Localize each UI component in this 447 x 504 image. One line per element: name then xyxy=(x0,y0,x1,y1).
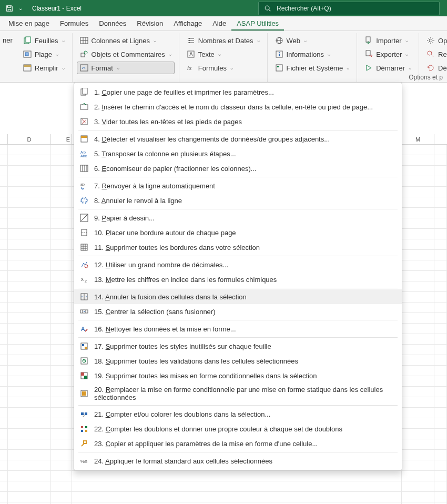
feuilles-button[interactable]: Feuilles⌵ xyxy=(20,34,68,47)
menu-item-label: 1. Copier une page de feuilles et imprim… xyxy=(94,88,395,96)
texte-button[interactable]: A Texte⌵ xyxy=(184,48,263,61)
svg-rect-89 xyxy=(85,426,87,428)
menu-item-4[interactable]: 4. Détecter et visualiser les changement… xyxy=(74,132,402,146)
menu-item-8[interactable]: 8. Annuler le renvoi à la ligne xyxy=(74,193,402,208)
chevron-down-icon: ⌵ xyxy=(304,38,307,43)
chevron-down-icon: ⌵ xyxy=(409,65,411,70)
column-header-partial[interactable] xyxy=(0,134,8,144)
svg-rect-81 xyxy=(81,372,84,376)
tab-asap-utilities[interactable]: ASAP Utilities xyxy=(231,17,284,31)
svg-text:A: A xyxy=(81,326,85,332)
importer-button[interactable]: Importer⌵ xyxy=(361,34,414,47)
menu-item-11[interactable]: 11. Supprimer toutes les bordures dans v… xyxy=(74,240,402,255)
menu-item-3[interactable]: 3. Vider toutes les en-têtes et les pied… xyxy=(74,114,402,129)
title-bar: ⌄ Classeur1 - Excel Rechercher (Alt+Q) xyxy=(0,0,447,16)
svg-point-0 xyxy=(265,6,269,10)
tab-aide[interactable]: Aide xyxy=(207,17,231,31)
format-button[interactable]: Format⌵ xyxy=(77,62,175,74)
menu-separator xyxy=(78,405,398,406)
tab-affichage[interactable]: Affichage xyxy=(168,17,207,31)
menu-item-18[interactable]: 18. Supprimer toutes les validations dan… xyxy=(74,354,402,368)
menu-item-20[interactable]: 20. Remplacer la mise en forme condition… xyxy=(74,383,402,404)
menu-item-13[interactable]: x213. Mettre les chiffres en indice dans… xyxy=(74,272,402,287)
menu-item-24[interactable]: %n24. Appliquer le format standard aux c… xyxy=(74,453,402,468)
tab-revision[interactable]: Révision xyxy=(131,17,168,31)
menu-item-9[interactable]: 9. Papier à dessin... xyxy=(74,210,402,225)
qat-chevron-icon[interactable]: ⌄ xyxy=(18,5,23,11)
menu-item-label: 4. Détecter et visualiser les changement… xyxy=(94,135,395,143)
menu-item-14[interactable]: 14. Annuler la fusion des cellules dans … xyxy=(74,289,402,304)
fx-icon: fx xyxy=(187,64,195,72)
menu-separator xyxy=(78,320,398,320)
menu-item-icon xyxy=(79,87,89,97)
menu-item-label: 7. Renvoyer à la ligne automatiquement xyxy=(94,182,395,190)
menu-item-19[interactable]: 19. Supprimer toutes les mises en forme … xyxy=(74,368,402,383)
menu-item-21[interactable]: 221. Compter et/ou colorer les doublons … xyxy=(74,407,402,421)
menu-item-10[interactable]: 10. Placer une bordure autour de chaque … xyxy=(74,225,402,240)
menu-item-5[interactable]: AbAbc5. Transposer la colonne en plusieu… xyxy=(74,146,402,161)
informations-button[interactable]: Informations⌵ xyxy=(272,48,353,61)
svg-text:A: A xyxy=(189,52,193,57)
menu-item-1[interactable]: 1. Copier une page de feuilles et imprim… xyxy=(74,85,402,99)
menu-item-6[interactable]: 6. Economiseur de papier (fractionner le… xyxy=(74,161,402,176)
chevron-down-icon: ⌵ xyxy=(347,65,349,70)
options-asap-button[interactable]: Options ASAP Uti xyxy=(423,34,447,47)
menu-item-label: 2. Insérer le chemin d'accès et le nom d… xyxy=(94,103,395,111)
colonnes-lignes-button[interactable]: Colonnes et Lignes⌵ xyxy=(77,34,175,47)
ribbon-group-system: Web⌵ Informations⌵ Fichier et Système⌵ xyxy=(268,33,358,82)
menu-item-label: 19. Supprimer toutes les mises en forme … xyxy=(94,372,395,380)
tab-formules[interactable]: Formules xyxy=(55,17,94,31)
ribbon-group-select: Feuilles⌵ Plage⌵ Remplir⌵ xyxy=(16,33,73,82)
column-header-e[interactable]: E xyxy=(51,134,72,144)
menu-item-icon xyxy=(79,389,89,398)
format-icon xyxy=(80,64,88,72)
menu-item-label: 5. Transposer la colonne en plusieurs ét… xyxy=(94,150,395,158)
menu-item-22[interactable]: 22. Compter les doublons et donner une p… xyxy=(74,421,402,436)
save-button[interactable] xyxy=(3,2,16,15)
menu-item-7[interactable]: ab7. Renvoyer à la ligne automatiquement xyxy=(74,178,402,193)
svg-line-64 xyxy=(85,265,87,267)
fichier-systeme-button[interactable]: Fichier et Système⌵ xyxy=(272,62,353,74)
info-icon xyxy=(275,50,283,58)
menu-item-2[interactable]: 2. Insérer le chemin d'accès et le nom d… xyxy=(74,99,402,114)
column-header-m[interactable]: M xyxy=(402,134,434,144)
menu-item-23[interactable]: 23. Copier et appliquer les paramètres d… xyxy=(74,436,402,451)
ribbon-tabs: Mise en page Formules Données Révision A… xyxy=(0,16,447,31)
demarrez-dernier-button[interactable]: Démarrez dernier xyxy=(423,62,447,74)
svg-text:x: x xyxy=(81,276,84,282)
nombres-dates-button[interactable]: Nombres et Dates⌵ xyxy=(184,34,263,47)
menu-item-icon: A xyxy=(79,324,89,334)
chevron-down-icon: ⌵ xyxy=(154,38,156,43)
menu-item-16[interactable]: A16. Nettoyer les données et la mise en … xyxy=(74,321,402,336)
svg-rect-76 xyxy=(85,347,87,349)
tab-donnees[interactable]: Données xyxy=(94,17,131,31)
web-button[interactable]: Web⌵ xyxy=(272,34,353,47)
remplir-button[interactable]: Remplir⌵ xyxy=(20,62,68,74)
menu-separator xyxy=(78,130,398,130)
menu-item-12[interactable]: 12. Utiliser un grand nombre de décimale… xyxy=(74,257,402,272)
search-box[interactable]: Rechercher (Alt+Q) xyxy=(258,2,440,15)
rechercher-demarrer-button[interactable]: Rechercher et dém xyxy=(423,48,447,61)
demarrer-button[interactable]: Démarrer⌵ xyxy=(361,62,414,74)
numbers-icon xyxy=(187,36,195,45)
start-icon xyxy=(364,64,373,72)
plage-button[interactable]: Plage⌵ xyxy=(20,48,68,61)
chevron-down-icon: ⌵ xyxy=(257,38,260,43)
svg-line-36 xyxy=(431,55,433,57)
menu-separator xyxy=(78,337,398,338)
menu-item-icon xyxy=(79,439,89,448)
menu-item-15[interactable]: 15. Centrer la sélection (sans fusionner… xyxy=(74,304,402,319)
menu-item-label: 23. Copier et appliquer les paramètres d… xyxy=(94,440,395,448)
exporter-button[interactable]: Exporter⌵ xyxy=(361,48,414,61)
chevron-down-icon: ⌵ xyxy=(230,65,233,70)
objets-commentaires-button[interactable]: Objets et Commentaires⌵ xyxy=(77,48,175,61)
tab-mise-en-page[interactable]: Mise en page xyxy=(3,17,55,31)
column-header-d[interactable]: D xyxy=(8,134,51,144)
objects-icon xyxy=(80,50,88,58)
menu-item-17[interactable]: 17. Supprimer toutes les styles inutilis… xyxy=(74,339,402,354)
menu-separator xyxy=(78,256,398,256)
partial-button[interactable]: ner xyxy=(1,34,16,46)
formules-button[interactable]: fx Formules⌵ xyxy=(184,62,263,74)
ribbon-group-layout: Colonnes et Lignes⌵ Objets et Commentair… xyxy=(73,33,179,82)
svg-rect-12 xyxy=(81,53,85,57)
